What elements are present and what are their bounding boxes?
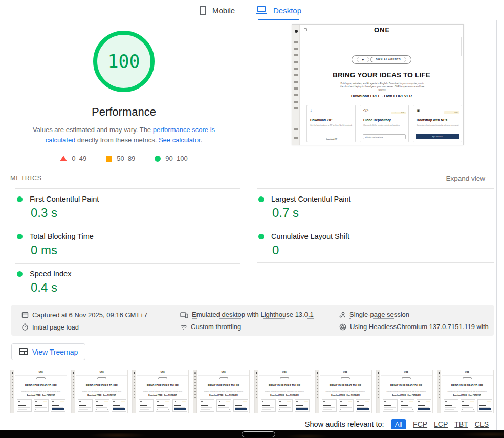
frame-card bbox=[278, 399, 293, 412]
frame-cta: Download FREE · Own FOREVER bbox=[381, 394, 432, 396]
pass-dot-icon bbox=[17, 196, 23, 202]
card-clone-input: github.com/one/one bbox=[363, 134, 406, 139]
frame-badge-pill bbox=[97, 377, 106, 379]
frame-card bbox=[139, 399, 154, 412]
frame-card bbox=[356, 399, 370, 412]
frame-logo: ONE bbox=[259, 371, 311, 373]
emulated-device: Emulated desktop with Lighthouse 13.0.1 bbox=[180, 310, 314, 320]
frame-body: ONE BRING YOUR IDEAS TO LIFE Build apps,… bbox=[198, 370, 249, 413]
metric-speed-index[interactable]: Speed Index 0.4 s bbox=[15, 263, 240, 300]
pass-dot-icon bbox=[258, 234, 264, 239]
pass-circle-icon bbox=[155, 156, 161, 162]
throttling-text[interactable]: Custom throttling bbox=[191, 323, 241, 331]
filmstrip-frame: ONE BRING YOUR IDEAS TO LIFE Build apps,… bbox=[193, 370, 250, 413]
filter-fcp-link[interactable]: FCP bbox=[413, 420, 427, 428]
frame-card bbox=[295, 399, 310, 412]
frame-sidebar bbox=[437, 370, 441, 413]
badge-diamond-icon: ◆ bbox=[357, 57, 369, 62]
treemap-icon bbox=[19, 348, 28, 355]
frame-badge-pill bbox=[280, 377, 289, 379]
frame-body: ONE BRING YOUR IDEAS TO LIFE Build apps,… bbox=[76, 370, 127, 413]
tab-desktop[interactable]: Desktop bbox=[256, 0, 301, 20]
metric-first-contentful-paint[interactable]: First Contentful Paint 0.3 s bbox=[15, 188, 240, 226]
frame-logo: ONE bbox=[137, 371, 188, 373]
metric-value: 0.4 s bbox=[31, 280, 57, 295]
filmstrip-frame: ONE BRING YOUR IDEAS TO LIFE Build apps,… bbox=[315, 370, 372, 413]
chromium-version: Using HeadlessChromium 137.0.7151.119 wi… bbox=[339, 322, 490, 332]
see-calculator-link[interactable]: See calculator bbox=[159, 136, 201, 144]
frame-heading: BRING YOUR IDEAS TO LIFE bbox=[259, 384, 311, 387]
preview-logo: ONE bbox=[300, 26, 464, 34]
frame-description: Build apps, websites, and AI agents in E… bbox=[386, 389, 427, 393]
frame-body: ONE BRING YOUR IDEAS TO LIFE Build apps,… bbox=[259, 370, 311, 413]
runtime-settings-box: Captured at 6 Nov 2025, 09:16 GMT+7 Init… bbox=[11, 305, 494, 336]
metric-value: 0 bbox=[272, 243, 279, 257]
laptop-icon bbox=[256, 6, 267, 14]
expand-view-button[interactable]: Expand view bbox=[446, 174, 485, 182]
frame-card bbox=[95, 399, 109, 412]
captured-at-text: Captured at 6 Nov 2025, 09:16 GMT+7 bbox=[32, 311, 147, 319]
legend-average-label: 50–89 bbox=[117, 155, 135, 162]
metrics-heading: METRICS bbox=[10, 174, 42, 182]
frame-badge-pill bbox=[158, 377, 167, 379]
disclaimer-text-3: . bbox=[201, 136, 203, 144]
code-icon: </> bbox=[363, 108, 368, 112]
frame-body: ONE BRING YOUR IDEAS TO LIFE Build apps,… bbox=[137, 370, 188, 413]
audits-filter-label: Show audits relevant to: bbox=[305, 420, 384, 428]
metric-largest-contentful-paint[interactable]: Largest Contentful Paint 0.7 s bbox=[257, 188, 494, 226]
filmstrip-frame: ONE BRING YOUR IDEAS TO LIFE Build apps,… bbox=[254, 370, 311, 413]
chromium-version-text[interactable]: Using HeadlessChromium 137.0.7151.119 wi… bbox=[350, 323, 490, 331]
frame-badge-pill bbox=[463, 377, 472, 379]
filter-cls-link[interactable]: CLS bbox=[475, 420, 489, 428]
bolt-icon: ↯ bbox=[447, 112, 449, 113]
legend-fail-label: 0–49 bbox=[72, 155, 86, 162]
frame-card bbox=[17, 399, 32, 412]
frame-description: Build apps, websites, and AI agents in E… bbox=[203, 389, 244, 393]
preview-topbar: ONE bbox=[300, 25, 464, 35]
frame-body: ONE BRING YOUR IDEAS TO LIFE Build apps,… bbox=[381, 370, 432, 413]
legend-average: 50–89 bbox=[106, 155, 135, 162]
final-screenshot-thumbnail[interactable]: ONE ◆ OWN AI AGENTS BRING YOUR IDEAS TO … bbox=[292, 24, 464, 145]
legend-fail: 0–49 bbox=[60, 155, 86, 162]
preview-heading: BRING YOUR IDEAS TO LIFE bbox=[300, 71, 463, 79]
frame-cta: Download FREE · Own FOREVER bbox=[442, 394, 493, 396]
frame-heading: BRING YOUR IDEAS TO LIFE bbox=[442, 384, 493, 387]
frame-body: ONE BRING YOUR IDEAS TO LIFE Build apps,… bbox=[442, 370, 493, 413]
frame-cta: Download FREE · Own FOREVER bbox=[198, 394, 249, 396]
filmstrip-frame: ONE BRING YOUR IDEAS TO LIFE Build apps,… bbox=[71, 370, 128, 413]
filter-lcp-link[interactable]: LCP bbox=[434, 420, 448, 428]
filter-tbt-link[interactable]: TBT bbox=[454, 420, 468, 428]
pass-dot-icon bbox=[17, 234, 23, 239]
frame-sidebar bbox=[11, 370, 14, 413]
performance-gauge[interactable]: 100 bbox=[93, 31, 155, 92]
card-desc: Generate a fresh project instantly with … bbox=[417, 124, 459, 126]
tab-mobile[interactable]: Mobile bbox=[200, 0, 235, 20]
frame-card bbox=[417, 399, 431, 412]
frame-cta: Download FREE · Own FOREVER bbox=[76, 394, 127, 396]
frame-description: Build apps, websites, and AI agents in E… bbox=[447, 389, 488, 393]
preview-sidebar bbox=[292, 25, 300, 145]
chromium-icon bbox=[339, 323, 346, 331]
emulated-device-text[interactable]: Emulated desktop with Lighthouse 13.0.1 bbox=[192, 311, 314, 319]
frame-sidebar bbox=[133, 370, 136, 413]
fail-triangle-icon bbox=[60, 156, 67, 161]
metric-total-blocking-time[interactable]: Total Blocking Time 0 ms bbox=[15, 226, 240, 263]
frame-cta: Download FREE · Own FOREVER bbox=[259, 394, 311, 396]
tab-desktop-label: Desktop bbox=[273, 6, 301, 15]
frame-cta: Download FREE · Own FOREVER bbox=[137, 394, 188, 396]
legend-pass-label: 90–100 bbox=[165, 155, 187, 162]
frame-card bbox=[400, 399, 414, 412]
preview-cta: Download FREE · Own FOREVER bbox=[300, 94, 463, 98]
filmstrip-frame: ONE BRING YOUR IDEAS TO LIFE Build apps,… bbox=[437, 370, 494, 413]
view-treemap-button[interactable]: View Treemap bbox=[11, 343, 85, 360]
session-type-text[interactable]: Single-page session bbox=[349, 311, 409, 319]
performance-score: 100 bbox=[107, 51, 140, 72]
network-throttle-icon bbox=[180, 324, 187, 330]
preview-card-clone-repo: </> ● 181 stars Clone Repository Clone w… bbox=[360, 105, 409, 142]
devices-icon bbox=[180, 312, 188, 318]
frame-heading: BRING YOUR IDEAS TO LIFE bbox=[198, 384, 249, 387]
metric-cumulative-layout-shift[interactable]: Cumulative Layout Shift 0 bbox=[257, 226, 494, 263]
frame-description: Build apps, websites, and AI agents in E… bbox=[264, 389, 305, 393]
report-right-border bbox=[496, 20, 497, 430]
filter-all-chip[interactable]: All bbox=[391, 419, 406, 429]
